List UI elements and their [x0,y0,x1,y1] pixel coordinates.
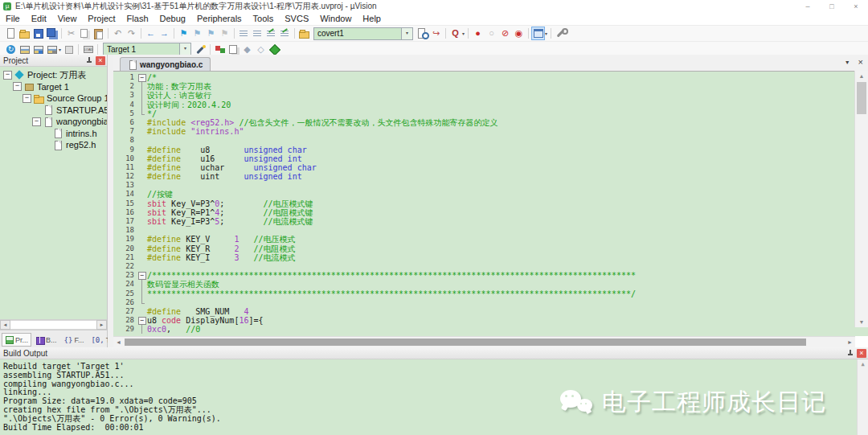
navigate-back-icon[interactable]: ← [145,27,157,39]
fold-marker-icon[interactable] [137,82,147,91]
find-icon[interactable]: Q [449,27,461,39]
save-icon[interactable] [32,27,44,39]
tree-item[interactable]: −wangyongbiao. [0,116,107,128]
editor-horizontal-scrollbar[interactable] [113,336,855,347]
chevron-down-icon[interactable]: ▾ [59,47,61,52]
scrollbar-thumb[interactable] [125,339,806,346]
menu-flash[interactable]: Flash [121,13,154,24]
menu-tools[interactable]: Tools [248,13,280,24]
code-area[interactable]: 1/*2功能：数字万用表3设计人：讷言敏行4设计时间：2020.4.205*/6… [113,72,868,336]
bookmark-clear-all-icon[interactable]: ⚑ [219,27,231,39]
uncomment-icon[interactable] [279,27,291,39]
scrollbar-thumb[interactable] [857,82,866,114]
editor-vertical-scrollbar[interactable] [854,71,868,327]
redo-icon[interactable]: ↷ [125,27,137,39]
configure-icon[interactable] [555,27,567,39]
panel-splitter[interactable] [108,55,113,347]
expander-icon[interactable]: − [13,82,22,91]
menu-help[interactable]: Help [357,13,387,24]
menu-window[interactable]: Window [314,13,357,24]
multi-project-icon[interactable]: ◆ [241,43,253,55]
scroll-right-icon[interactable]: ► [96,320,107,330]
maximize-button[interactable]: □ [820,2,844,10]
project-tab[interactable]: Pr... [2,333,31,347]
chevron-down-icon[interactable]: ▾ [545,31,547,36]
chevron-down-icon[interactable]: ▾ [462,31,465,36]
bookmark-toggle-icon[interactable]: ⚑ [178,27,190,39]
rebuild-icon[interactable] [32,43,44,55]
menu-view[interactable]: View [52,13,83,24]
fold-marker-icon[interactable] [137,280,147,289]
menu-file[interactable]: File [0,13,26,24]
menu-project[interactable]: Project [82,13,121,24]
file-extensions-icon[interactable] [227,43,240,55]
fold-marker-icon[interactable] [137,91,147,100]
incremental-find-icon[interactable]: ↪ [430,27,442,39]
cut-icon[interactable]: ✂ [65,27,77,39]
tree-item[interactable]: −Project: 万用表 [0,69,107,81]
expander-icon[interactable]: − [23,94,31,103]
menu-svcs[interactable]: SVCS [279,13,314,24]
close-icon[interactable] [857,349,866,358]
functions-tab[interactable]: {}F... [61,334,88,347]
bookmark-next-icon[interactable]: ⚑ [191,27,203,39]
open-file-icon[interactable] [18,27,31,39]
save-all-icon[interactable] [46,27,58,39]
translate-icon[interactable] [5,43,17,55]
fold-marker-icon[interactable] [137,101,147,109]
insert-breakpoint-icon[interactable]: ● [472,27,484,39]
project-horizontal-scrollbar[interactable]: ◄ ► [0,319,107,330]
window-layout-icon[interactable] [532,27,544,39]
undo-icon[interactable]: ↶ [112,27,124,39]
fold-marker-icon[interactable] [137,316,147,325]
comment-icon[interactable] [265,27,277,39]
batch-build-icon[interactable] [46,43,58,55]
tree-item[interactable]: reg52.h [0,139,107,151]
fold-marker-icon[interactable] [137,289,147,298]
target-combo[interactable]: Target 1 [103,43,191,55]
chevron-down-icon[interactable] [401,28,412,39]
navigate-forward-icon[interactable]: → [158,27,170,39]
download-icon[interactable] [82,43,94,55]
fold-marker-icon[interactable] [137,109,147,118]
paste-icon[interactable] [92,27,104,39]
chevron-down-icon[interactable] [179,43,190,55]
tab-list-dropdown-icon[interactable] [845,60,850,65]
unindent-icon[interactable] [252,27,264,39]
search-combo[interactable]: covert1 [313,27,413,40]
options-for-target-icon[interactable] [194,43,207,55]
tree-item[interactable]: STARTUP.A51 [0,105,107,117]
editor-tab[interactable]: wangyongbiao.c [120,57,211,71]
close-icon[interactable] [96,56,105,65]
manage-project-items-icon[interactable] [214,43,226,55]
scroll-down-icon[interactable] [855,317,868,327]
indent-icon[interactable] [238,27,250,39]
scroll-up-icon[interactable] [855,71,868,81]
menu-peripherals[interactable]: Peripherals [191,13,248,24]
build-vertical-scrollbar[interactable] [857,359,868,435]
books-tab[interactable]: B... [32,333,60,347]
tree-item[interactable]: −Source Group 1 [0,92,107,105]
minimize-button[interactable]: – [796,2,820,10]
expander-icon[interactable]: − [3,71,12,80]
tree-item[interactable]: intrins.h [0,128,107,140]
scroll-left-icon[interactable]: ◄ [0,320,10,330]
new-file-icon[interactable] [5,27,17,39]
fold-marker-icon[interactable] [137,73,147,82]
menu-debug[interactable]: Debug [154,13,191,24]
bookmark-previous-icon[interactable]: ⚑ [205,27,217,39]
copy-icon[interactable] [79,27,91,39]
fold-marker-icon[interactable] [137,271,147,280]
enable-breakpoint-icon[interactable]: ○ [485,27,497,39]
kill-breakpoints-icon[interactable]: ⊘ [499,27,511,39]
expander-icon[interactable]: − [32,117,41,126]
menu-edit[interactable]: Edit [26,13,52,24]
close-button[interactable]: × [844,2,868,10]
find-in-files-icon[interactable] [298,27,310,39]
fold-marker-icon[interactable] [137,325,147,334]
scroll-left-icon[interactable] [113,338,124,347]
close-file-icon[interactable] [858,58,863,67]
project-targets-icon[interactable]: ◇ [255,43,267,55]
fold-marker-icon[interactable] [137,298,147,307]
manage-rte-icon[interactable] [268,43,280,55]
